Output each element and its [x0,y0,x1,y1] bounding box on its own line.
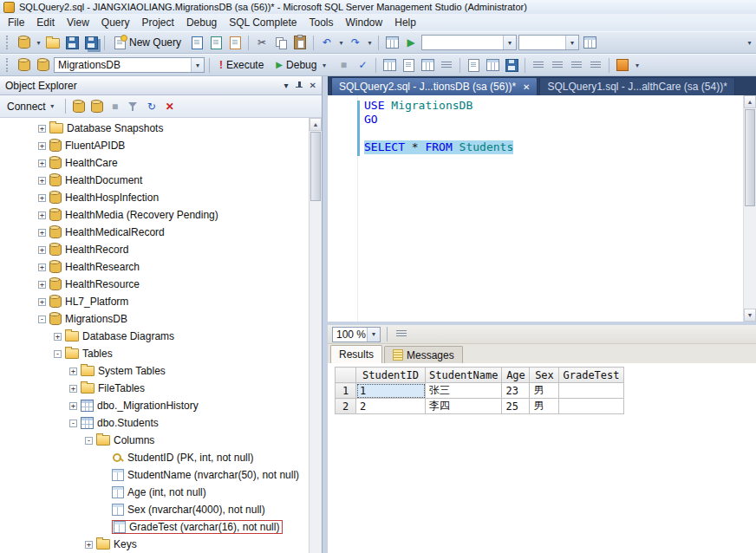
change-connection-icon[interactable] [16,56,33,74]
chevron-down-icon[interactable]: ▾ [366,39,374,47]
expand-toggle-icon[interactable]: + [38,229,46,237]
scrollbar-thumb[interactable] [745,109,755,206]
tree-item-dbo-students[interactable]: -dbo.Students [0,414,309,432]
increase-indent-icon[interactable] [587,56,604,74]
refresh-icon[interactable]: ↻ [144,99,160,114]
menu-item-file[interactable]: File [2,15,30,30]
tree-item-filetables[interactable]: +FileTables [0,380,309,397]
analysis-services-query-icon[interactable] [207,34,225,51]
column-header-sex[interactable]: Sex [530,368,559,383]
save-icon[interactable] [63,34,81,51]
editor-vertical-scrollbar[interactable]: ▲ ▼ [743,95,756,322]
scrollbar-thumb[interactable] [310,132,321,201]
expand-toggle-icon[interactable]: + [38,298,46,306]
save-all-icon[interactable] [82,34,100,51]
tree-item-fluentapidb[interactable]: +FluentAPIDB [0,137,309,154]
tree-item-migrationsdb[interactable]: -MigrationsDB [0,310,309,328]
expand-toggle-icon[interactable]: + [38,142,46,150]
expand-toggle-icon[interactable]: + [38,125,46,133]
toolbar-grip[interactable] [6,36,11,49]
menu-item-window[interactable]: Window [340,15,389,30]
tree-item-healthresource[interactable]: +HealthResource [0,276,309,293]
chevron-down-icon[interactable]: ▾ [565,36,578,49]
xmla-query-icon[interactable] [226,34,244,51]
expand-toggle-icon[interactable]: + [38,281,46,289]
redo-icon[interactable]: ↷ [347,34,364,51]
expand-toggle-icon[interactable]: - [38,316,46,323]
new-connection-icon[interactable] [16,34,33,51]
tree-item-database-snapshots[interactable]: +Database Snapshots [0,120,309,137]
results-to-file-icon[interactable] [503,56,520,74]
client-statistics-icon[interactable] [438,56,455,74]
start-debug-icon[interactable]: ▶ [402,34,420,51]
menu-item-project[interactable]: Project [136,15,180,30]
tree-item-age-int-not-null[interactable]: Age (int, not null) [0,484,309,501]
tree-item-studentname-nvarchar-50-not-null[interactable]: StudentName (nvarchar(50), not null) [0,466,309,484]
expand-toggle-icon[interactable]: + [38,194,46,202]
grid-cell[interactable]: 2 [356,399,426,414]
tree-item-sex-nvarchar-4000-not-null[interactable]: Sex (nvarchar(4000), not null) [0,501,309,518]
activity-monitor-icon[interactable] [383,34,401,51]
grid-cell[interactable] [559,399,623,414]
paste-icon[interactable] [291,34,309,51]
undo-icon[interactable]: ↶ [318,34,336,51]
uncomment-icon[interactable] [549,56,566,74]
results-grid[interactable]: StudentIDStudentNameAgeSexGradeTest11张三2… [335,367,624,414]
scroll-up-icon[interactable]: ▲ [744,95,756,108]
decrease-indent-icon[interactable] [568,56,585,74]
expand-toggle-icon[interactable]: - [85,437,93,445]
expand-toggle-icon[interactable]: + [38,211,46,219]
tree-item-keys[interactable]: +Keys [0,536,309,553]
sql-editor[interactable]: USE MigrationsDBGOSELECT * FROM Students… [328,95,756,322]
available-databases-combo[interactable]: MigrationsDB ▾ [54,57,205,73]
execute-button[interactable]: ! Execute [214,58,269,72]
register-server-icon[interactable] [71,99,87,114]
grid-cell[interactable]: 25 [502,399,530,414]
scroll-down-icon[interactable]: ▼ [744,309,756,322]
grid-cell[interactable]: 张三 [426,383,502,399]
sql-complete-icon[interactable] [614,56,631,74]
results-options-icon[interactable] [394,327,409,342]
tree-item-healthdocument[interactable]: +HealthDocument [0,172,309,189]
object-explorer-scrollbar[interactable]: ▲ [309,118,322,553]
column-header-studentid[interactable]: StudentID [356,368,426,383]
menu-item-tools[interactable]: Tools [303,15,340,30]
close-tab-icon[interactable]: ✕ [523,82,530,92]
row-header[interactable]: 2 [336,399,356,414]
query-options-icon[interactable] [400,56,417,74]
tree-item-tables[interactable]: -Tables [0,345,309,362]
chevron-down-icon[interactable]: ▾ [367,328,380,342]
object-explorer-header[interactable]: Object Explorer ▾ ✕ [0,76,322,95]
menu-item-sql-complete[interactable]: SQL Complete [223,15,303,30]
change-database-icon[interactable] [35,56,52,74]
filter-icon[interactable] [126,99,141,114]
tree-item-hl7-platform[interactable]: +HL7_Platform [0,293,309,310]
expand-toggle-icon[interactable]: + [54,333,62,341]
grid-cell[interactable]: 男 [530,383,559,399]
results-to-text-icon[interactable] [465,56,482,74]
results-tab-messages[interactable]: Messages [384,346,463,363]
tree-item-dbo-migrationhistory[interactable]: +dbo._MigrationHistory [0,397,309,414]
tree-item-healthmedia-recovery-pending[interactable]: +HealthMedia (Recovery Pending) [0,206,309,224]
pin-icon[interactable] [295,81,303,90]
code-area[interactable]: USE MigrationsDBGOSELECT * FROM Students [364,99,740,154]
copy-icon[interactable] [272,34,290,51]
editor-tab-inactive[interactable]: SQLQuery1.sql - J...althCare (sa (54))* [539,77,734,95]
database-engine-query-icon[interactable] [188,34,205,51]
toolbar-overflow-icon[interactable]: ▾ [746,39,753,47]
parse-icon[interactable]: ✓ [354,56,371,74]
column-header-gradetest[interactable]: GradeTest [559,368,623,383]
column-header-age[interactable]: Age [502,368,530,383]
chevron-down-icon[interactable]: ▾ [191,58,204,72]
results-tab-results[interactable]: Results [330,345,382,363]
menu-item-view[interactable]: View [61,15,95,30]
menu-item-query[interactable]: Query [95,15,136,30]
menu-item-help[interactable]: Help [388,15,422,30]
expand-toggle-icon[interactable]: + [38,159,46,167]
stop-icon[interactable]: ■ [335,56,352,74]
tree-item-healthcare[interactable]: +HealthCare [0,154,309,172]
delete-icon[interactable]: ✕ [162,99,178,114]
column-header-studentname[interactable]: StudentName [426,368,502,383]
row-header[interactable]: 1 [336,383,356,399]
properties-window-icon[interactable] [581,34,598,51]
